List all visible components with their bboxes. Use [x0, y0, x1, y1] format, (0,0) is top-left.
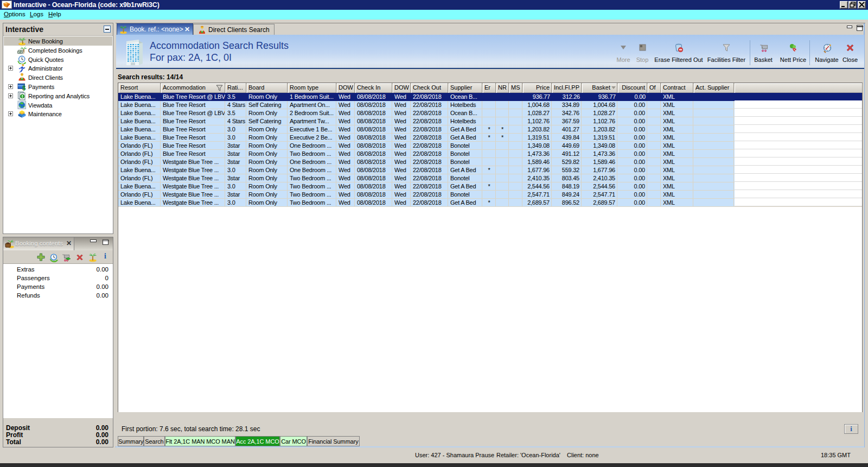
svg-text:$: $: [22, 84, 25, 91]
